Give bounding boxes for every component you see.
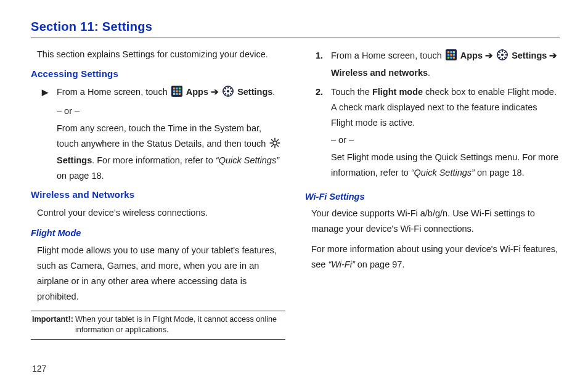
page-number: 127 [32, 364, 46, 374]
manual-page: Section 11: Settings This section explai… [0, 0, 588, 392]
heading-accessing-settings: Accessing Settings [31, 66, 285, 82]
text: Touch the [331, 87, 372, 97]
step-body: From a Home screen, touch Apps ➔ Setting… [331, 48, 560, 81]
or-separator: – or – [57, 104, 285, 119]
left-column: This section explains Settings for custo… [31, 47, 285, 340]
settings-icon [223, 86, 234, 102]
settings-label: Settings [237, 87, 272, 97]
wifi-para-2: For more information about using your de… [311, 242, 560, 272]
intro-text: This section explains Settings for custo… [37, 47, 285, 62]
text: on page 18. [57, 171, 104, 181]
step-body: Touch the Flight mode check box to enabl… [331, 84, 560, 181]
period: . [272, 87, 275, 97]
flight-mode-label: Flight mode [372, 87, 423, 97]
or-separator: – or – [331, 133, 560, 148]
heading-wireless-networks: Wireless and Networks [31, 187, 285, 203]
apps-icon [446, 49, 457, 65]
flight-mode-para: Flight mode allows you to use many of yo… [37, 243, 285, 304]
step-bullet: ▶ From a Home screen, touch Apps ➔ Setti… [39, 84, 285, 102]
arrow-icon: ➔ [485, 51, 496, 60]
apps-label: Apps [186, 87, 208, 97]
cross-ref: “Quick Settings” [411, 168, 475, 178]
settings-light-icon [269, 137, 280, 153]
text: From any screen, touch the Time in the S… [57, 123, 268, 149]
section-title: Section 11: Settings [31, 20, 560, 34]
numbered-step-1: 1. From a Home screen, touch Apps ➔ Sett… [314, 48, 560, 81]
settings-label: Settings [512, 51, 547, 60]
heading-wifi-settings: Wi-Fi Settings [305, 189, 560, 205]
settings-label: Settings [57, 155, 92, 165]
wireless-label: Wireless and networks [331, 68, 428, 78]
wifi-para-1: Your device supports Wi-Fi a/b/g/n. Use … [311, 206, 560, 237]
settings-icon [497, 49, 508, 65]
arrow-icon: ➔ [211, 87, 221, 97]
arrow-icon: ➔ [549, 51, 557, 60]
title-rule [31, 38, 560, 38]
text: From a Home screen, touch [331, 51, 444, 60]
important-text: When your tablet is in Flight Mode, it c… [75, 314, 284, 335]
right-column: 1. From a Home screen, touch Apps ➔ Sett… [305, 47, 560, 340]
numbered-step-2: 2. Touch the Flight mode check box to en… [314, 84, 560, 181]
triangle-marker-icon: ▶ [39, 84, 51, 99]
alt-instruction: From any screen, touch the Time in the S… [57, 121, 285, 184]
important-note: Important!: When your tablet is in Fligh… [31, 311, 285, 340]
text: From a Home screen, touch [57, 87, 170, 97]
important-label: Important!: [32, 314, 73, 335]
period: . [428, 68, 430, 78]
step-number: 1. [314, 48, 325, 63]
step-body: From a Home screen, touch Apps ➔ Setting… [57, 84, 285, 102]
text: . For more information, refer to [92, 155, 216, 165]
cross-ref: “Quick Settings” [216, 155, 279, 165]
cross-ref: “Wi-Fi” [328, 259, 354, 269]
heading-flight-mode: Flight Mode [31, 226, 285, 241]
apps-label: Apps [460, 51, 483, 60]
text: on page 97. [355, 259, 405, 269]
wireless-intro: Control your device's wireless connectio… [37, 205, 285, 221]
step-number: 2. [314, 84, 325, 100]
text: on page 18. [475, 168, 525, 178]
apps-icon [171, 86, 182, 102]
two-column-layout: This section explains Settings for custo… [31, 47, 560, 340]
